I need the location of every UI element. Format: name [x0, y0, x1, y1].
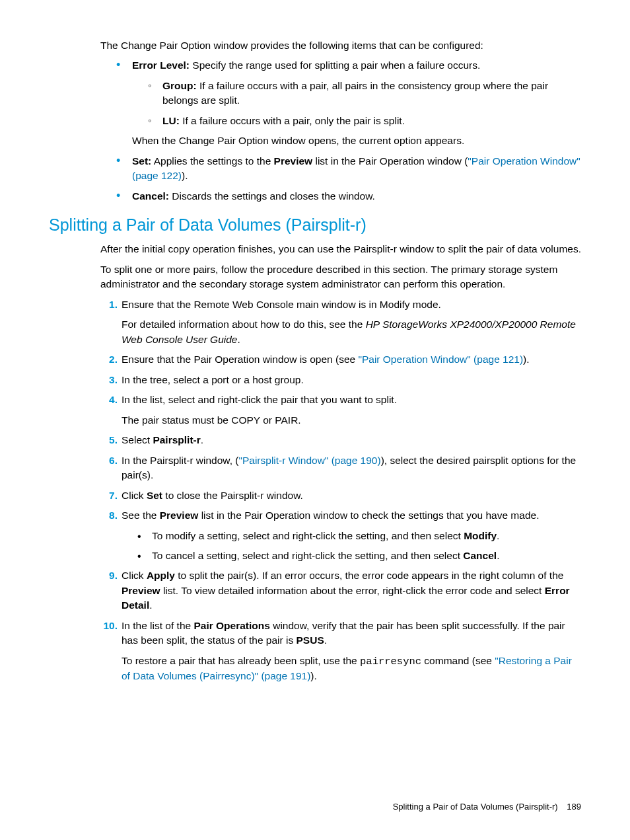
error-level-after-text: When the Change Pair Option window opens… [132, 134, 581, 148]
link-pair-operation-window-121[interactable]: "Pair Operation Window" (page 121) [358, 354, 523, 365]
step-10-p2a: To restore a pair that has already been … [122, 655, 360, 666]
step-7-c: to close the Pairsplit-r window. [162, 490, 303, 501]
paragraph-to-split: To split one or more pairs, follow the p… [100, 262, 581, 292]
step-2: 2. Ensure that the Pair Operation window… [100, 352, 581, 367]
step-1-text-b: For detailed information about how to do… [122, 317, 581, 347]
cancel-text: Discards the settings and closes the win… [169, 190, 375, 202]
step-7-a: Click [122, 490, 147, 501]
step-9-a: Click [122, 570, 147, 581]
set-label: Set: [132, 155, 151, 167]
step-7-set: Set [147, 490, 162, 501]
step-3-a: In the tree, select a port or a host gro… [122, 374, 304, 385]
step-number: 5. [100, 433, 118, 447]
step-number: 4. [100, 393, 118, 407]
step-number: 1. [100, 297, 118, 312]
step-5: 5. Select Pairsplit-r. [100, 433, 581, 447]
cancel-label: Cancel: [132, 190, 169, 202]
set-text-d: ). [182, 170, 188, 181]
step-4-a: In the list, select and right-click the … [122, 393, 581, 407]
step-5-c: . [201, 434, 203, 445]
step-9-apply: Apply [147, 570, 175, 581]
step-8-preview: Preview [160, 510, 199, 521]
config-items-list: Error Level: Specify the range used for … [116, 58, 581, 204]
step-6: 6. In the Pairsplit-r window, ("Pairspli… [100, 453, 581, 483]
set-preview: Preview [274, 155, 313, 167]
set-text-a: Applies the settings to the [151, 155, 273, 167]
step-10-p2: To restore a pair that has already been … [122, 654, 581, 684]
error-level-sublist: Group: If a failure occurs with a pair, … [148, 79, 581, 128]
error-level-text: Specify the range used for splitting a p… [190, 59, 480, 71]
step-8-i1a: To modify a setting, select and right-cl… [152, 530, 464, 541]
step-8-c: list in the Pair Operation window to che… [198, 510, 539, 521]
step-number: 3. [100, 373, 118, 387]
step-8-cancel-item: To cancel a setting, select and right-cl… [137, 549, 581, 563]
step-10-p2d: ). [310, 670, 316, 681]
step-8-i2c: . [497, 550, 499, 561]
step-3: 3. In the tree, select a port or a host … [100, 373, 581, 387]
step-10-a: In the list of the [122, 620, 193, 631]
step-1: 1. Ensure that the Remote Web Console ma… [100, 297, 581, 347]
sub-item-group: Group: If a failure occurs with a pair, … [148, 79, 581, 108]
step-10-e: . [324, 634, 327, 646]
page-footer: Splitting a Pair of Data Volumes (Pairsp… [393, 801, 581, 814]
step-2-b: ). [523, 354, 529, 365]
step-number: 10. [100, 619, 118, 633]
step-5-pairsplit: Pairsplit-r [153, 434, 200, 445]
step-5-a: Select [122, 434, 153, 445]
step-8-sublist: To modify a setting, select and right-cl… [137, 529, 581, 564]
step-9-e: list. To view detailed information about… [160, 585, 545, 596]
step-number: 9. [100, 568, 118, 583]
step-4: 4. In the list, select and right-click t… [100, 393, 581, 428]
step-number: 6. [100, 453, 118, 468]
error-level-label: Error Level: [132, 59, 190, 71]
intro-paragraph: The Change Pair Option window provides t… [100, 38, 581, 53]
step-7: 7. Click Set to close the Pairsplit-r wi… [100, 488, 581, 503]
step-10-psus: PSUS [297, 634, 324, 646]
list-item-set: Set: Applies the settings to the Preview… [116, 154, 581, 184]
step-10: 10. In the list of the Pair Operations w… [100, 619, 581, 684]
step-8-modify: Modify [464, 530, 497, 541]
step-6-a: In the Pairsplit-r window, ( [122, 455, 238, 466]
sub-item-lu: LU: If a failure occurs with a pair, onl… [148, 114, 581, 128]
list-item-cancel: Cancel: Discards the settings and closes… [116, 189, 581, 204]
section-heading-splitting: Splitting a Pair of Data Volumes (Pairsp… [49, 213, 581, 237]
step-10-p2c: command (see [421, 655, 495, 666]
step-8: 8. See the Preview list in the Pair Oper… [100, 508, 581, 563]
lu-label: LU: [162, 115, 180, 126]
step-8-cancel: Cancel [463, 550, 497, 561]
step-number: 8. [100, 508, 118, 523]
step-9-g: . [149, 599, 152, 611]
step-number: 2. [100, 352, 118, 367]
step-10-pairresync: pairresync [360, 656, 421, 668]
step-8-a: See the [122, 510, 160, 521]
step-10-pair-operations: Pair Operations [193, 620, 269, 631]
step-9-preview: Preview [122, 585, 160, 596]
paragraph-after-initial: After the initial copy operation finishe… [100, 242, 581, 256]
step-8-i2a: To cancel a setting, select and right-cl… [152, 550, 463, 561]
step-9-c: to split the pair(s). If an error occurs… [175, 570, 563, 581]
set-text-c: list in the Pair Operation window ( [312, 155, 468, 167]
lu-text: If a failure occurs with a pair, only th… [180, 115, 405, 126]
step-10-p1: In the list of the Pair Operations windo… [122, 619, 581, 648]
procedure-list: 1. Ensure that the Remote Web Console ma… [100, 297, 581, 684]
list-item-error-level: Error Level: Specify the range used for … [116, 58, 581, 148]
step-2-a: Ensure that the Pair Operation window is… [122, 354, 358, 365]
step-1-b3: . [237, 334, 240, 345]
link-pairsplit-r-window-190[interactable]: "Pairsplit-r Window" (page 190) [238, 455, 380, 466]
footer-title: Splitting a Pair of Data Volumes (Pairsp… [393, 802, 558, 812]
step-4-b: The pair status must be COPY or PAIR. [122, 413, 581, 428]
step-1-b1: For detailed information about how to do… [122, 319, 366, 330]
step-number: 7. [100, 488, 118, 503]
step-8-i1c: . [497, 530, 499, 541]
group-label: Group: [162, 80, 197, 91]
step-9: 9. Click Apply to split the pair(s). If … [100, 568, 581, 613]
step-1-text-a: Ensure that the Remote Web Console main … [122, 297, 581, 312]
step-8-modify-item: To modify a setting, select and right-cl… [137, 529, 581, 543]
page-number: 189 [567, 802, 581, 812]
group-text: If a failure occurs with a pair, all pai… [162, 80, 548, 106]
